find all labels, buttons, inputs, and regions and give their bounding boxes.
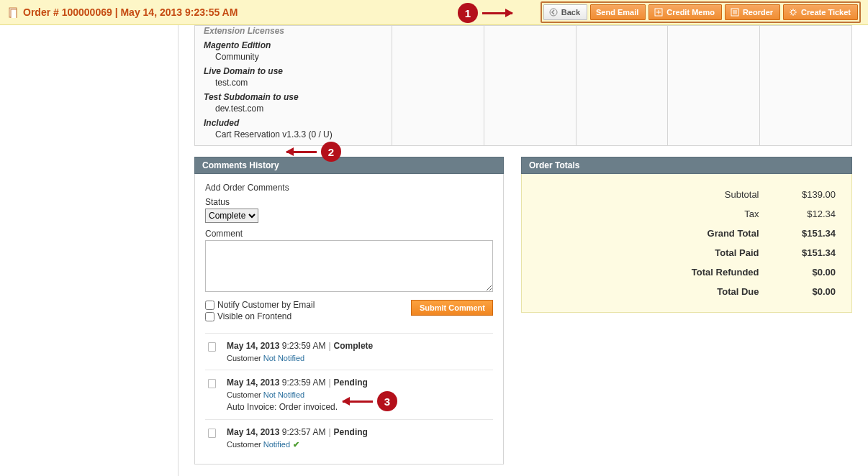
create-ticket-label: Create Ticket bbox=[801, 8, 851, 17]
notify-customer-checkbox-row[interactable]: Notify Customer by Email bbox=[205, 300, 315, 310]
comments-history-panel: Comments History Add Order Comments Stat… bbox=[194, 157, 504, 464]
test-subdomain-value: dev.test.com bbox=[204, 104, 383, 114]
history-customer-line: Customer Notified✔ bbox=[208, 440, 490, 449]
extension-licenses-table: Extension Licenses Magento Edition Commu… bbox=[194, 25, 852, 146]
history-status: Pending bbox=[334, 427, 368, 437]
comment-label: Comment bbox=[205, 229, 493, 239]
history-date: May 14, 2013 bbox=[227, 427, 279, 437]
history-time: 9:23:59 AM bbox=[282, 341, 326, 351]
credit-memo-button[interactable]: Credit Memo bbox=[648, 4, 722, 20]
submit-comment-button[interactable]: Submit Comment bbox=[411, 300, 493, 316]
order-totals-table: Subtotal$139.00Tax$12.34Grand Total$151.… bbox=[532, 184, 837, 302]
back-button-label: Back bbox=[561, 8, 580, 17]
live-domain-value: test.com bbox=[204, 78, 383, 88]
history-customer-state: Not Notified bbox=[263, 390, 304, 399]
back-arrow-icon bbox=[549, 8, 558, 17]
status-select[interactable]: Complete bbox=[205, 209, 258, 223]
order-totals-panel: Order Totals Subtotal$139.00Tax$12.34Gra… bbox=[521, 157, 852, 464]
reorder-icon bbox=[731, 8, 739, 17]
order-doc-icon bbox=[9, 7, 19, 18]
totals-label: Subtotal bbox=[533, 186, 759, 203]
note-icon bbox=[208, 342, 216, 352]
notify-customer-checkbox[interactable] bbox=[205, 301, 214, 310]
history-header-line: May 14, 2013 9:23:59 AM|Pending bbox=[208, 377, 490, 388]
page-title: Order # 100000069 | May 14, 2013 9:23:55… bbox=[23, 6, 238, 18]
history-date: May 14, 2013 bbox=[227, 341, 279, 351]
totals-row: Tax$12.34 bbox=[533, 205, 836, 223]
totals-row: Subtotal$139.00 bbox=[533, 186, 836, 203]
totals-row: Total Due$0.00 bbox=[533, 283, 836, 301]
totals-value: $12.34 bbox=[761, 205, 836, 223]
totals-value: $151.34 bbox=[761, 244, 836, 262]
history-date: May 14, 2013 bbox=[227, 377, 279, 388]
history-status: Pending bbox=[334, 377, 368, 388]
history-time: 9:23:57 AM bbox=[282, 427, 326, 437]
totals-row: Grand Total$151.34 bbox=[533, 224, 836, 242]
svg-point-2 bbox=[550, 9, 557, 16]
left-sidebar-spacer bbox=[0, 25, 178, 476]
note-icon bbox=[208, 379, 216, 388]
note-icon bbox=[208, 429, 216, 438]
action-buttons-group: Back Send Email Credit Memo Reorder bbox=[541, 1, 861, 23]
totals-label: Tax bbox=[533, 205, 759, 223]
order-header-bar: Order # 100000069 | May 14, 2013 9:23:55… bbox=[0, 0, 868, 25]
reorder-button[interactable]: Reorder bbox=[725, 4, 780, 20]
history-item: May 14, 2013 9:23:57 AM|PendingCustomer … bbox=[205, 419, 493, 457]
history-header-line: May 14, 2013 9:23:57 AM|Pending bbox=[208, 427, 490, 437]
included-label: Included bbox=[204, 118, 383, 128]
history-customer-line: Customer Not Notified bbox=[208, 354, 490, 362]
history-customer-state: Not Notified bbox=[263, 354, 304, 362]
history-time: 9:23:59 AM bbox=[282, 377, 326, 388]
visible-frontend-label: Visible on Frontend bbox=[217, 311, 291, 321]
send-email-label: Send Email bbox=[596, 8, 638, 17]
totals-value: $151.34 bbox=[761, 224, 836, 242]
live-domain-label: Live Domain to use bbox=[204, 66, 383, 76]
history-comment-text: Auto Invoice: Order invoiced. bbox=[208, 402, 490, 412]
reorder-label: Reorder bbox=[743, 8, 773, 17]
history-status: Complete bbox=[334, 341, 374, 351]
totals-value: $0.00 bbox=[761, 263, 836, 281]
totals-label: Total Paid bbox=[533, 244, 759, 262]
extension-licenses-heading: Extension Licenses bbox=[204, 26, 383, 36]
submit-comment-label: Submit Comment bbox=[420, 303, 485, 312]
history-item: May 14, 2013 9:23:59 AM|CompleteCustomer… bbox=[205, 333, 493, 370]
svg-rect-1 bbox=[11, 9, 17, 18]
totals-label: Grand Total bbox=[533, 224, 759, 242]
gear-icon bbox=[789, 8, 797, 17]
totals-value: $139.00 bbox=[761, 186, 836, 203]
totals-row: Total Refunded$0.00 bbox=[533, 263, 836, 281]
back-button[interactable]: Back bbox=[543, 4, 587, 20]
create-ticket-button[interactable]: Create Ticket bbox=[783, 4, 858, 20]
notify-customer-label: Notify Customer by Email bbox=[217, 300, 315, 310]
totals-label: Total Refunded bbox=[533, 263, 759, 281]
history-customer-line: Customer Not Notified bbox=[208, 390, 490, 399]
add-comments-title: Add Order Comments bbox=[205, 183, 493, 193]
credit-memo-icon bbox=[654, 8, 663, 17]
comment-textarea[interactable] bbox=[205, 240, 493, 292]
magento-edition-value: Community bbox=[204, 52, 383, 62]
totals-row: Total Paid$151.34 bbox=[533, 244, 836, 262]
visible-frontend-checkbox-row[interactable]: Visible on Frontend bbox=[205, 311, 315, 321]
history-customer-state: Notified bbox=[263, 440, 290, 449]
visible-frontend-checkbox[interactable] bbox=[205, 312, 214, 321]
magento-edition-label: Magento Edition bbox=[204, 40, 383, 50]
test-subdomain-label: Test Subdomain to use bbox=[204, 92, 383, 102]
history-header-line: May 14, 2013 9:23:59 AM|Complete bbox=[208, 341, 490, 351]
order-totals-header: Order Totals bbox=[521, 157, 852, 174]
included-value: Cart Reservation v1.3.3 (0 / U) bbox=[204, 129, 383, 139]
history-item: May 14, 2013 9:23:59 AM|PendingCustomer … bbox=[205, 370, 493, 419]
credit-memo-label: Credit Memo bbox=[666, 8, 715, 17]
history-list: May 14, 2013 9:23:59 AM|CompleteCustomer… bbox=[205, 333, 493, 457]
totals-value: $0.00 bbox=[761, 283, 836, 301]
send-email-button[interactable]: Send Email bbox=[590, 4, 646, 20]
totals-label: Total Due bbox=[533, 283, 759, 301]
status-label: Status bbox=[205, 197, 493, 207]
check-ok-icon: ✔ bbox=[293, 440, 299, 449]
comments-history-header: Comments History bbox=[194, 157, 504, 174]
